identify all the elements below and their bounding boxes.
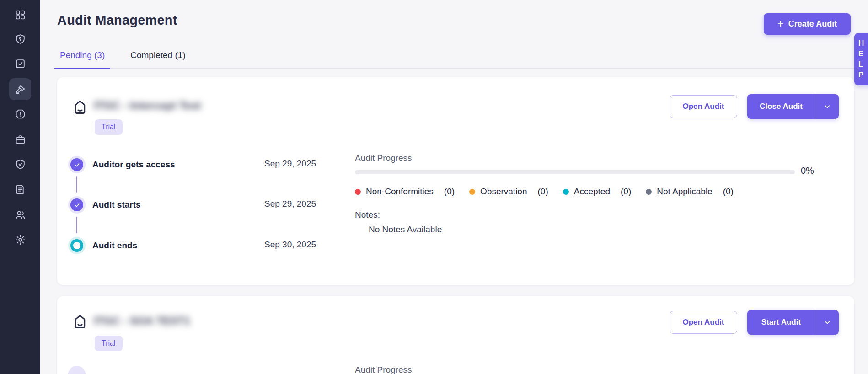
shield-check-icon (15, 159, 26, 170)
step-pending-icon (68, 237, 86, 254)
non-conformities-dot-icon (355, 189, 361, 195)
help-letter: E (858, 49, 863, 59)
gear-icon (15, 234, 26, 246)
trial-badge: Trial (95, 336, 123, 351)
briefcase-icon (15, 134, 26, 145)
audit-progress-value: 0% (801, 166, 814, 176)
sidebar (0, 0, 40, 374)
not-applicable-dot-icon (646, 189, 652, 195)
sidebar-item-compliance[interactable] (9, 153, 31, 175)
timeline-step-label: Audit ends (92, 240, 137, 251)
legend-count: (0) (723, 187, 734, 197)
step-done-icon (68, 196, 86, 214)
notes-label: Notes: (355, 210, 380, 220)
audit-title-redacted: ITGC - SOA TEST1 (94, 315, 190, 327)
tab-pending[interactable]: Pending (3) (57, 48, 107, 68)
open-audit-button[interactable]: Open Audit (670, 95, 737, 118)
sidebar-item-people[interactable] (9, 204, 31, 226)
chevron-down-icon (823, 318, 831, 326)
legend-label: Non-Conformities (366, 187, 434, 197)
sidebar-item-policies[interactable] (9, 178, 31, 200)
legend-item: Observation (0) (469, 187, 548, 197)
help-letter: L (858, 59, 863, 69)
sidebar-item-security[interactable] (9, 28, 31, 50)
main-content: Audit Management + Create Audit H E L P … (40, 0, 868, 374)
document-icon (15, 184, 26, 195)
timeline-step: Auditor gets access Sep 29, 2025 (57, 156, 350, 173)
audit-card: ITGC - SOA TEST1 Trial Open Audit Start … (57, 296, 854, 374)
help-tab[interactable]: H E L P (854, 33, 868, 85)
legend-label: Not Applicable (657, 187, 712, 197)
sidebar-item-vendors[interactable] (9, 128, 31, 150)
step-done-icon (68, 156, 86, 173)
timeline-step: Audit starts Sep 29, 2025 (57, 196, 350, 214)
close-audit-split-button: Close Audit (747, 94, 839, 119)
legend-label: Accepted (574, 187, 610, 197)
start-audit-button[interactable]: Start Audit (747, 310, 815, 335)
close-audit-dropdown-toggle[interactable] (815, 94, 839, 119)
grid-icon (15, 9, 26, 21)
notes-empty-text: No Notes Available (369, 224, 442, 235)
home-icon (73, 99, 87, 115)
audit-progress-label: Audit Progress (355, 153, 412, 163)
gavel-icon (15, 84, 26, 95)
plus-icon: + (777, 18, 784, 29)
sidebar-item-tasks[interactable] (9, 53, 31, 75)
legend-count: (0) (538, 187, 548, 197)
timeline-step-label: Auditor gets access (92, 160, 175, 170)
accepted-dot-icon (563, 189, 569, 195)
check-square-icon (15, 58, 26, 69)
finding-legend: Non-Conformities (0) Observation (0) Acc… (355, 187, 734, 197)
create-audit-label: Create Audit (788, 19, 837, 29)
sidebar-item-audit[interactable] (9, 78, 31, 100)
help-letter: H (858, 38, 864, 48)
audit-progress-label: Audit Progress (355, 365, 412, 374)
legend-count: (0) (444, 187, 455, 197)
audit-card: ITGC - Intercept Test Trial Open Audit C… (57, 77, 854, 285)
sidebar-item-settings[interactable] (9, 229, 31, 251)
close-audit-button[interactable]: Close Audit (747, 94, 815, 119)
start-audit-dropdown-toggle[interactable] (815, 310, 839, 335)
audit-title-redacted: ITGC - Intercept Test (94, 99, 201, 112)
open-audit-button[interactable]: Open Audit (670, 311, 737, 334)
start-audit-split-button: Start Audit (747, 310, 839, 335)
legend-item: Not Applicable (0) (646, 187, 734, 197)
page-title: Audit Management (57, 13, 177, 28)
shield-keyhole-icon (15, 33, 26, 45)
legend-count: (0) (621, 187, 631, 197)
timeline-step (57, 366, 350, 374)
timeline-step-date: Sep 29, 2025 (264, 199, 316, 209)
help-letter: P (858, 70, 863, 80)
tab-bar: Pending (3) Completed (1) (57, 48, 854, 69)
timeline-step-date: Sep 29, 2025 (264, 159, 316, 169)
timeline-connector (76, 217, 77, 233)
sidebar-item-dashboard[interactable] (9, 4, 31, 26)
step-upcoming-icon (68, 366, 86, 374)
legend-item: Non-Conformities (0) (355, 187, 455, 197)
create-audit-button[interactable]: + Create Audit (764, 13, 851, 35)
alert-octagon-icon (15, 108, 26, 120)
trial-badge: Trial (95, 119, 123, 135)
tab-completed[interactable]: Completed (1) (128, 48, 188, 68)
observation-dot-icon (469, 189, 475, 195)
timeline-step-date: Sep 30, 2025 (264, 240, 316, 250)
timeline-step-label: Audit starts (92, 200, 141, 210)
sidebar-item-issues[interactable] (9, 103, 31, 125)
home-icon (73, 314, 87, 329)
timeline-connector (76, 176, 77, 193)
chevron-down-icon (823, 102, 831, 111)
audit-progress-bar (355, 170, 795, 174)
timeline-step: Audit ends Sep 30, 2025 (57, 237, 350, 254)
legend-item: Accepted (0) (563, 187, 631, 197)
legend-label: Observation (480, 187, 527, 197)
users-icon (15, 209, 26, 221)
